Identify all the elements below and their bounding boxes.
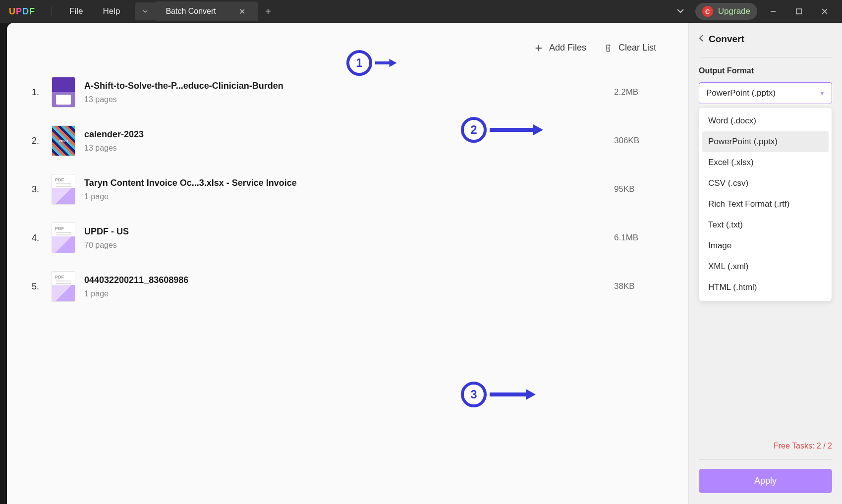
file-info: 044032200211_836089861 page <box>84 275 614 298</box>
add-files-button[interactable]: Add Files <box>534 43 586 53</box>
dropdown-option[interactable]: Excel (.xlsx) <box>702 152 829 173</box>
dropdown-option[interactable]: XML (.xml) <box>702 256 829 277</box>
file-pages: 70 pages <box>84 241 614 250</box>
panel-header: Convert <box>699 34 832 45</box>
file-thumb-pdf-icon <box>52 174 75 205</box>
file-size: 2.2MB <box>614 87 664 97</box>
window-right-controls: C Upgrade <box>672 1 842 21</box>
file-number: 5. <box>32 281 52 292</box>
file-row[interactable]: 2.2023calender-202313 pages306KB <box>32 116 664 165</box>
file-size: 6.1MB <box>614 233 664 243</box>
file-pages: 13 pages <box>84 95 614 104</box>
caret-down-icon: ▼ <box>820 91 825 96</box>
clear-list-button[interactable]: Clear List <box>604 43 656 53</box>
dropdown-option[interactable]: HTML (.html) <box>702 277 829 298</box>
file-name: 044032200211_83608986 <box>84 275 614 285</box>
dropdown-option[interactable]: Word (.docx) <box>702 111 829 131</box>
file-size: 38KB <box>614 281 664 291</box>
file-thumb: 2023 <box>52 125 75 156</box>
file-info: A-Shift-to-Solve-the-P...educe-Clinician… <box>84 81 614 104</box>
divider <box>699 459 832 460</box>
file-number: 3. <box>32 184 52 195</box>
close-button[interactable] <box>815 1 835 21</box>
file-thumb-pdf-icon <box>52 271 75 302</box>
logo-area: UPDF <box>0 6 44 17</box>
divider <box>52 6 52 16</box>
output-format-label: Output Format <box>699 66 832 75</box>
file-name: UPDF - US <box>84 226 614 237</box>
close-icon <box>821 8 828 15</box>
file-row[interactable]: 1.A-Shift-to-Solve-the-P...educe-Clinici… <box>32 68 664 116</box>
file-number: 2. <box>32 136 52 146</box>
dropdown-option[interactable]: Text (.txt) <box>702 215 829 235</box>
maximize-button[interactable] <box>789 1 809 21</box>
plus-icon <box>534 44 543 53</box>
output-format-select[interactable]: PowerPoint (.pptx) ▼ <box>699 82 832 104</box>
file-info: calender-202313 pages <box>84 129 614 153</box>
file-toolbar: Add Files Clear List <box>32 43 664 53</box>
upgrade-label: Upgrade <box>718 6 750 16</box>
trash-icon <box>604 44 613 53</box>
menu-help[interactable]: Help <box>93 6 130 16</box>
file-row[interactable]: 4.UPDF - US70 pages6.1MB <box>32 214 664 262</box>
more-dropdown[interactable] <box>672 4 689 19</box>
file-name: Taryn Content Invoice Oc...3.xlsx - Serv… <box>84 178 614 188</box>
file-number: 1. <box>32 87 52 98</box>
panel-title: Convert <box>709 34 744 45</box>
tab-title: Batch Convert <box>166 7 216 16</box>
maximize-icon <box>795 8 802 15</box>
upgrade-button[interactable]: C Upgrade <box>695 3 757 20</box>
main-panel: Add Files Clear List 1.A-Shift-to-Solve-… <box>7 23 688 504</box>
file-name: calender-2023 <box>84 129 614 140</box>
file-info: Taryn Content Invoice Oc...3.xlsx - Serv… <box>84 178 614 201</box>
caret-down-icon <box>143 9 148 13</box>
dropdown-option[interactable]: Image <box>702 235 829 256</box>
app-body: Add Files Clear List 1.A-Shift-to-Solve-… <box>7 23 842 504</box>
back-button[interactable] <box>699 34 704 44</box>
file-row[interactable]: 3.Taryn Content Invoice Oc...3.xlsx - Se… <box>32 165 664 214</box>
file-size: 306KB <box>614 136 664 146</box>
file-thumb-pdf-icon <box>52 223 75 253</box>
tab-list-dropdown[interactable] <box>135 2 156 20</box>
dropdown-option[interactable]: CSV (.csv) <box>702 173 829 194</box>
file-name: A-Shift-to-Solve-the-P...educe-Clinician… <box>84 81 614 91</box>
file-number: 4. <box>32 233 52 243</box>
file-thumb <box>52 77 75 108</box>
file-size: 95KB <box>614 184 664 194</box>
minimize-button[interactable] <box>763 1 783 21</box>
file-pages: 13 pages <box>84 144 614 153</box>
file-row[interactable]: 5.044032200211_836089861 page38KB <box>32 262 664 311</box>
add-files-label: Add Files <box>549 43 586 53</box>
file-pages: 1 page <box>84 289 614 298</box>
tab-batch-convert[interactable]: Batch Convert ✕ <box>156 1 258 21</box>
menu-file[interactable]: File <box>59 6 93 16</box>
apply-button[interactable]: Apply <box>699 469 832 493</box>
clear-list-label: Clear List <box>618 43 656 53</box>
app-logo[interactable]: UPDF <box>9 6 35 17</box>
divider <box>699 57 832 57</box>
titlebar: UPDF File Help Batch Convert ✕ + C Upgra… <box>0 0 842 23</box>
tab-close-button[interactable]: ✕ <box>236 6 248 17</box>
convert-panel: Convert Output Format PowerPoint (.pptx)… <box>688 23 842 504</box>
chevron-down-icon <box>676 8 684 14</box>
new-tab-button[interactable]: + <box>258 1 278 21</box>
chevron-left-icon <box>699 34 704 42</box>
dropdown-option[interactable]: PowerPoint (.pptx) <box>702 131 829 152</box>
file-pages: 1 page <box>84 192 614 201</box>
selected-format: PowerPoint (.pptx) <box>706 88 776 98</box>
dropdown-option[interactable]: Rich Text Format (.rtf) <box>702 194 829 215</box>
tabs-area: Batch Convert ✕ + <box>135 1 278 21</box>
user-avatar: C <box>702 6 713 17</box>
free-tasks-label: Free Tasks: 2 / 2 <box>699 437 832 459</box>
file-info: UPDF - US70 pages <box>84 226 614 250</box>
output-format-dropdown: Word (.docx)PowerPoint (.pptx)Excel (.xl… <box>699 107 832 301</box>
file-list: 1.A-Shift-to-Solve-the-P...educe-Clinici… <box>32 68 664 311</box>
minimize-icon <box>770 8 777 15</box>
svg-rect-1 <box>796 9 801 14</box>
